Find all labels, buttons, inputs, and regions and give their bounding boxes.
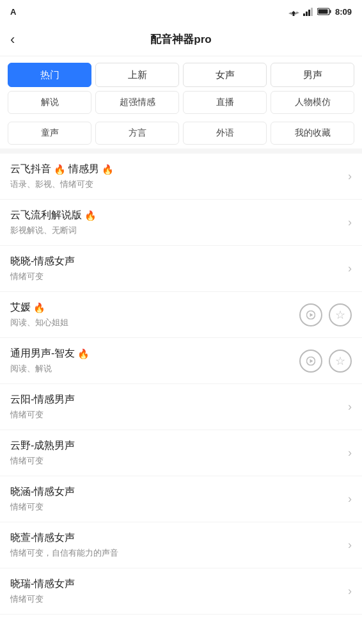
filter-live[interactable]: 直播 [183,91,267,114]
voice-actions-1: › [348,170,352,183]
voice-item-8[interactable]: 晓涵-情感女声 情绪可变 › [0,476,362,522]
chevron-icon-10: › [348,584,352,598]
voice-actions-5: ☆ [299,350,352,373]
voice-title-8: 晓涵-情感女声 [10,485,348,499]
svg-rect-5 [306,12,308,16]
voice-title-7: 云野-成熟男声 [10,439,348,453]
status-right: 8:09 [288,7,352,17]
svg-rect-10 [318,10,327,14]
voice-actions-2: › [348,216,352,229]
voice-sub-10: 情绪可变 [10,593,348,605]
filter-favorite[interactable]: 我的收藏 [271,122,354,145]
svg-rect-9 [329,10,331,13]
chevron-icon-6: › [348,400,352,414]
chevron-icon-3: › [348,262,352,275]
signal-icon [303,8,313,16]
page-title: 配音神器pro [150,32,211,47]
filter-foreign[interactable]: 外语 [183,122,267,145]
svg-marker-12 [310,313,313,317]
status-bar: A 8:09 [0,0,362,23]
chevron-icon-9: › [348,538,352,552]
voice-title-4: 艾媛 🔥 [10,301,299,314]
voice-actions-6: › [348,400,352,414]
filter-dialect[interactable]: 方言 [95,122,179,145]
voice-actions-10: › [348,584,352,598]
play-icon-4 [306,310,315,319]
voice-item-4[interactable]: 艾媛 🔥 阅读、知心姐姐 ☆ [0,292,362,338]
voice-sub-5: 阅读、解说 [10,363,299,374]
app-icon: A [10,7,16,17]
voice-title-6: 云阳-情感男声 [10,393,348,407]
chevron-icon-8: › [348,492,352,506]
back-icon: ‹ [10,31,15,47]
voice-sub-9: 情绪可变，自信有能力的声音 [10,547,348,559]
voice-title-10: 晓瑞-情感女声 [10,577,348,591]
voice-title-5: 通用男声-智友 🔥 [10,347,299,360]
star-button-4[interactable]: ☆ [329,303,352,326]
filter-child[interactable]: 童声 [8,122,91,145]
wifi-icon [288,8,299,16]
voice-sub-7: 情绪可变 [10,455,348,467]
tab-new[interactable]: 上新 [95,63,179,87]
voice-title-2: 云飞流利解说版 🔥 [10,209,348,222]
voice-title-3: 晓晓-情感女声 [10,255,348,268]
fire-icon-2: 🔥 [84,210,97,221]
voice-item-1[interactable]: 云飞抖音 🔥 情感男 🔥 语录、影视、情绪可变 › [0,154,362,200]
play-button-5[interactable] [299,350,322,373]
voice-item-6[interactable]: 云阳-情感男声 情绪可变 › [0,384,362,430]
filter-tabs-row1: 热门 上新 女声 男声 [0,56,362,87]
filter-emotion[interactable]: 超强情感 [95,91,179,114]
star-icon-4: ☆ [335,308,345,322]
section-divider [0,149,362,154]
svg-rect-6 [308,10,310,16]
voice-item-9[interactable]: 晓萱-情感女声 情绪可变，自信有能力的声音 › [0,522,362,568]
voice-actions-7: › [348,446,352,460]
fire-icon-4: 🔥 [33,302,45,314]
fire-icon-1a: 🔥 [54,164,66,175]
voice-item-10[interactable]: 晓瑞-情感女声 情绪可变 › [0,568,362,615]
svg-marker-14 [310,359,313,363]
voice-item-3[interactable]: 晓晓-情感女声 情绪可变 › [0,246,362,292]
fire-icon-5: 🔥 [77,348,90,360]
voice-sub-2: 影视解说、无断词 [10,225,348,236]
svg-rect-7 [311,8,313,16]
tab-female[interactable]: 女声 [183,63,267,87]
voice-title-1: 云飞抖音 🔥 情感男 🔥 [10,163,348,176]
voice-title-9: 晓萱-情感女声 [10,531,348,545]
tab-male[interactable]: 男声 [271,63,354,87]
voice-sub-6: 情绪可变 [10,409,348,421]
fire-icon-1b: 🔥 [102,164,114,175]
filter-explain[interactable]: 解说 [8,91,91,114]
voice-item-2[interactable]: 云飞流利解说版 🔥 影视解说、无断词 › [0,200,362,246]
voice-sub-1: 语录、影视、情绪可变 [10,179,348,190]
play-icon-5 [306,357,315,366]
voice-sub-8: 情绪可变 [10,501,348,513]
voice-item-content-5: 通用男声-智友 🔥 阅读、解说 [10,347,299,374]
chevron-icon-2: › [348,216,352,229]
chevron-icon-1: › [348,170,352,183]
voice-item-5[interactable]: 通用男声-智友 🔥 阅读、解说 ☆ [0,338,362,384]
chevron-icon-7: › [348,446,352,460]
voice-item-content-7: 云野-成熟男声 情绪可变 [10,439,348,467]
play-button-4[interactable] [299,303,322,326]
voice-sub-3: 情绪可变 [10,271,348,282]
svg-rect-4 [303,13,305,16]
voice-item-content-2: 云飞流利解说版 🔥 影视解说、无断词 [10,209,348,236]
header: ‹ 配音神器pro [0,23,362,56]
tab-hot[interactable]: 热门 [8,63,91,87]
star-button-5[interactable]: ☆ [329,350,352,373]
voice-item-content-3: 晓晓-情感女声 情绪可变 [10,255,348,282]
voice-item-content-6: 云阳-情感男声 情绪可变 [10,393,348,421]
voice-actions-8: › [348,492,352,506]
voice-item-content-1: 云飞抖音 🔥 情感男 🔥 语录、影视、情绪可变 [10,163,348,190]
voice-item-7[interactable]: 云野-成熟男声 情绪可变 › [0,430,362,476]
star-icon-5: ☆ [335,354,345,368]
voice-list: 云飞抖音 🔥 情感男 🔥 语录、影视、情绪可变 › 云飞流利解说版 🔥 影视解说… [0,154,362,615]
back-button[interactable]: ‹ [10,31,15,48]
voice-item-content-9: 晓萱-情感女声 情绪可变，自信有能力的声音 [10,531,348,559]
voice-actions-4: ☆ [299,303,352,326]
filter-imitate[interactable]: 人物模仿 [271,91,354,114]
filter-row2: 解说 超强情感 直播 人物模仿 [0,87,362,118]
voice-sub-4: 阅读、知心姐姐 [10,317,299,328]
voice-item-content-10: 晓瑞-情感女声 情绪可变 [10,577,348,605]
